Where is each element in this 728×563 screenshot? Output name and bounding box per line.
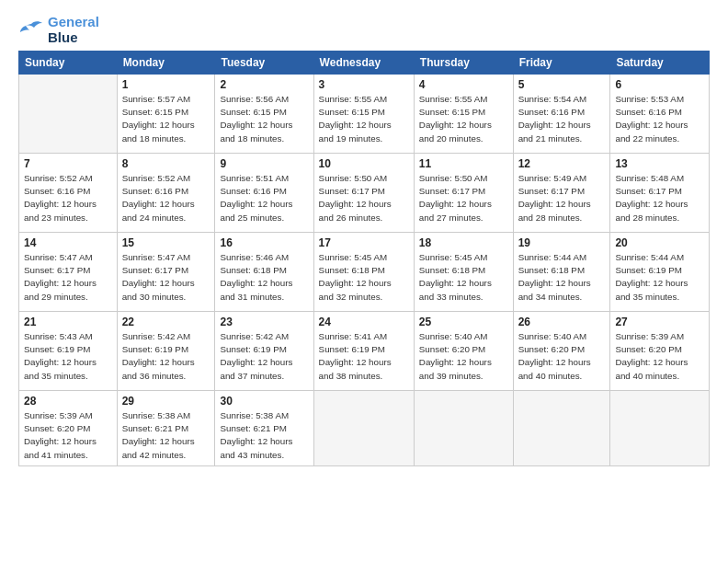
calendar-day-10: 10Sunrise: 5:50 AMSunset: 6:17 PMDayligh…: [313, 154, 414, 233]
day-info: Sunrise: 5:49 AMSunset: 6:17 PMDaylight:…: [518, 172, 606, 224]
day-number: 20: [615, 236, 704, 249]
calendar-day-20: 20Sunrise: 5:44 AMSunset: 6:19 PMDayligh…: [610, 233, 710, 312]
day-info: Sunrise: 5:51 AMSunset: 6:16 PMDaylight:…: [220, 172, 308, 224]
day-number: 16: [220, 236, 308, 249]
calendar-day-17: 17Sunrise: 5:45 AMSunset: 6:18 PMDayligh…: [313, 233, 414, 312]
day-number: 23: [220, 316, 308, 328]
calendar-day-24: 24Sunrise: 5:41 AMSunset: 6:19 PMDayligh…: [313, 312, 414, 391]
calendar-day-1: 1Sunrise: 5:57 AMSunset: 6:15 PMDaylight…: [117, 75, 215, 154]
calendar-week-4: 21Sunrise: 5:43 AMSunset: 6:19 PMDayligh…: [19, 312, 710, 391]
calendar-day-28: 28Sunrise: 5:39 AMSunset: 6:20 PMDayligh…: [19, 391, 118, 466]
day-number: 21: [24, 316, 112, 328]
calendar-day-empty: [313, 391, 414, 466]
calendar-day-3: 3Sunrise: 5:55 AMSunset: 6:15 PMDaylight…: [313, 75, 414, 154]
day-info: Sunrise: 5:39 AMSunset: 6:20 PMDaylight:…: [615, 330, 704, 383]
day-number: 29: [122, 395, 210, 408]
day-number: 11: [419, 157, 508, 170]
day-number: 19: [518, 236, 606, 249]
calendar-day-6: 6Sunrise: 5:53 AMSunset: 6:16 PMDaylight…: [610, 75, 710, 154]
day-number: 18: [419, 236, 508, 249]
calendar-week-1: 1Sunrise: 5:57 AMSunset: 6:15 PMDaylight…: [19, 75, 710, 154]
day-number: 7: [24, 157, 112, 170]
day-info: Sunrise: 5:40 AMSunset: 6:20 PMDaylight:…: [518, 330, 606, 383]
day-info: Sunrise: 5:44 AMSunset: 6:19 PMDaylight:…: [615, 251, 704, 304]
calendar-week-5: 28Sunrise: 5:39 AMSunset: 6:20 PMDayligh…: [19, 391, 710, 466]
calendar-day-23: 23Sunrise: 5:42 AMSunset: 6:19 PMDayligh…: [215, 312, 313, 391]
day-number: 25: [419, 316, 508, 328]
calendar-day-14: 14Sunrise: 5:47 AMSunset: 6:17 PMDayligh…: [19, 233, 118, 312]
day-info: Sunrise: 5:48 AMSunset: 6:17 PMDaylight:…: [615, 172, 704, 224]
day-number: 27: [615, 316, 704, 328]
calendar-day-29: 29Sunrise: 5:38 AMSunset: 6:21 PMDayligh…: [117, 391, 215, 466]
day-info: Sunrise: 5:55 AMSunset: 6:15 PMDaylight:…: [319, 93, 409, 145]
day-info: Sunrise: 5:57 AMSunset: 6:15 PMDaylight:…: [122, 93, 210, 145]
calendar-day-16: 16Sunrise: 5:46 AMSunset: 6:18 PMDayligh…: [215, 233, 313, 312]
day-info: Sunrise: 5:52 AMSunset: 6:16 PMDaylight:…: [24, 172, 112, 224]
day-info: Sunrise: 5:42 AMSunset: 6:19 PMDaylight:…: [220, 330, 308, 383]
day-info: Sunrise: 5:50 AMSunset: 6:17 PMDaylight:…: [419, 172, 508, 224]
calendar-day-13: 13Sunrise: 5:48 AMSunset: 6:17 PMDayligh…: [610, 154, 710, 233]
day-number: 10: [319, 157, 409, 170]
weekday-header-sunday: Sunday: [19, 52, 118, 75]
calendar-day-7: 7Sunrise: 5:52 AMSunset: 6:16 PMDaylight…: [19, 154, 118, 233]
day-number: 28: [24, 395, 112, 408]
day-number: 30: [220, 395, 308, 408]
day-info: Sunrise: 5:55 AMSunset: 6:15 PMDaylight:…: [419, 93, 508, 145]
day-number: 24: [319, 316, 409, 328]
calendar-day-empty: [610, 391, 710, 466]
weekday-header-wednesday: Wednesday: [313, 52, 414, 75]
day-number: 1: [122, 78, 210, 91]
day-info: Sunrise: 5:47 AMSunset: 6:17 PMDaylight:…: [122, 251, 210, 304]
day-info: Sunrise: 5:43 AMSunset: 6:19 PMDaylight:…: [24, 330, 112, 383]
calendar-day-21: 21Sunrise: 5:43 AMSunset: 6:19 PMDayligh…: [19, 312, 118, 391]
day-info: Sunrise: 5:44 AMSunset: 6:18 PMDaylight:…: [518, 251, 606, 304]
day-number: 8: [122, 157, 210, 170]
day-number: 26: [518, 316, 606, 328]
calendar-day-empty: [19, 75, 118, 154]
logo-icon: [18, 20, 44, 40]
day-number: 6: [615, 78, 704, 91]
calendar-day-22: 22Sunrise: 5:42 AMSunset: 6:19 PMDayligh…: [117, 312, 215, 391]
day-info: Sunrise: 5:54 AMSunset: 6:16 PMDaylight:…: [518, 93, 606, 145]
day-info: Sunrise: 5:56 AMSunset: 6:15 PMDaylight:…: [220, 93, 308, 145]
calendar-day-19: 19Sunrise: 5:44 AMSunset: 6:18 PMDayligh…: [513, 233, 610, 312]
calendar-week-3: 14Sunrise: 5:47 AMSunset: 6:17 PMDayligh…: [19, 233, 710, 312]
day-number: 2: [220, 78, 308, 91]
logo-text: General Blue: [48, 15, 99, 45]
day-number: 14: [24, 236, 112, 249]
calendar-day-11: 11Sunrise: 5:50 AMSunset: 6:17 PMDayligh…: [414, 154, 513, 233]
calendar-day-9: 9Sunrise: 5:51 AMSunset: 6:16 PMDaylight…: [215, 154, 313, 233]
calendar-day-empty: [414, 391, 513, 466]
day-info: Sunrise: 5:47 AMSunset: 6:17 PMDaylight:…: [24, 251, 112, 304]
day-info: Sunrise: 5:38 AMSunset: 6:21 PMDaylight:…: [220, 409, 308, 462]
weekday-header-monday: Monday: [117, 52, 215, 75]
day-number: 22: [122, 316, 210, 328]
day-info: Sunrise: 5:39 AMSunset: 6:20 PMDaylight:…: [24, 409, 112, 462]
day-info: Sunrise: 5:53 AMSunset: 6:16 PMDaylight:…: [615, 93, 704, 145]
day-info: Sunrise: 5:46 AMSunset: 6:18 PMDaylight:…: [220, 251, 308, 304]
weekday-header-friday: Friday: [513, 52, 610, 75]
weekday-header-row: SundayMondayTuesdayWednesdayThursdayFrid…: [19, 52, 710, 75]
calendar-day-27: 27Sunrise: 5:39 AMSunset: 6:20 PMDayligh…: [610, 312, 710, 391]
calendar-day-12: 12Sunrise: 5:49 AMSunset: 6:17 PMDayligh…: [513, 154, 610, 233]
day-number: 17: [319, 236, 409, 249]
day-info: Sunrise: 5:40 AMSunset: 6:20 PMDaylight:…: [419, 330, 508, 383]
calendar-table: SundayMondayTuesdayWednesdayThursdayFrid…: [18, 51, 710, 466]
weekday-header-saturday: Saturday: [610, 52, 710, 75]
day-info: Sunrise: 5:50 AMSunset: 6:17 PMDaylight:…: [319, 172, 409, 224]
calendar-day-25: 25Sunrise: 5:40 AMSunset: 6:20 PMDayligh…: [414, 312, 513, 391]
calendar-day-30: 30Sunrise: 5:38 AMSunset: 6:21 PMDayligh…: [215, 391, 313, 466]
day-number: 4: [419, 78, 508, 91]
calendar-day-18: 18Sunrise: 5:45 AMSunset: 6:18 PMDayligh…: [414, 233, 513, 312]
day-number: 5: [518, 78, 606, 91]
day-number: 3: [319, 78, 409, 91]
weekday-header-thursday: Thursday: [414, 52, 513, 75]
day-info: Sunrise: 5:42 AMSunset: 6:19 PMDaylight:…: [122, 330, 210, 383]
day-number: 15: [122, 236, 210, 249]
calendar-day-5: 5Sunrise: 5:54 AMSunset: 6:16 PMDaylight…: [513, 75, 610, 154]
calendar-week-2: 7Sunrise: 5:52 AMSunset: 6:16 PMDaylight…: [19, 154, 710, 233]
header: General Blue: [18, 15, 710, 45]
day-number: 9: [220, 157, 308, 170]
day-info: Sunrise: 5:52 AMSunset: 6:16 PMDaylight:…: [122, 172, 210, 224]
day-info: Sunrise: 5:41 AMSunset: 6:19 PMDaylight:…: [319, 330, 409, 383]
